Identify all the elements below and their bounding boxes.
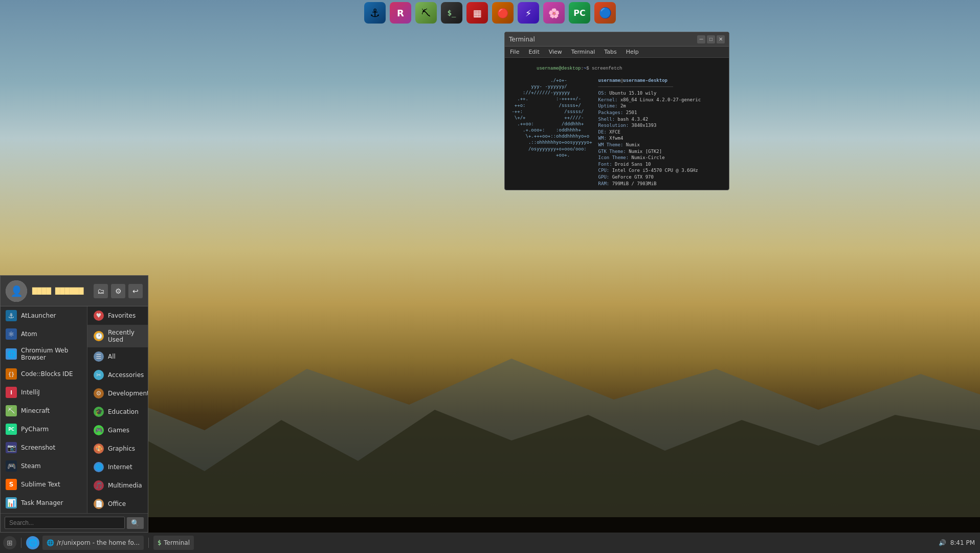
show-desktop-button[interactable]: ⊞ xyxy=(3,536,16,549)
chrome-panel-icon[interactable]: 🔵 xyxy=(594,2,616,24)
games-category-icon: 🎮 xyxy=(94,425,104,435)
terminal-prompt-bottom: username@desktop:~$ _ xyxy=(509,188,725,190)
chromium-taskbar-icon[interactable]: 🌐 xyxy=(26,536,39,549)
category-all[interactable]: ☰ All xyxy=(87,347,148,366)
pycharm-label: PyCharm xyxy=(21,426,49,433)
category-graphics[interactable]: 🎨 Graphics xyxy=(87,439,148,458)
terminal-menu-edit[interactable]: Edit xyxy=(526,48,541,56)
minecraft-label: Minecraft xyxy=(21,407,50,414)
settings-button[interactable]: ⚙ xyxy=(111,284,125,298)
category-favorites[interactable]: ♥ Favorites xyxy=(87,306,148,325)
codeblocks-icon: {} xyxy=(6,368,17,380)
accessories-label: Accessories xyxy=(108,371,144,379)
terminal-menu-view[interactable]: View xyxy=(547,48,564,56)
screenshot-icon: 📷 xyxy=(6,442,17,453)
app-list: ⚓ AtLauncher ⚛ Atom 🌐 Chromium Web Brows… xyxy=(1,306,87,513)
terminal-titlebar: Terminal ─ □ ✕ xyxy=(505,32,729,47)
atlauncher-label: AtLauncher xyxy=(21,312,56,319)
terminal-close-button[interactable]: ✕ xyxy=(717,35,725,43)
category-internet[interactable]: 🌐 Internet xyxy=(87,458,148,476)
app-item-sublime[interactable]: S Sublime Text xyxy=(1,475,87,494)
games-label: Games xyxy=(108,427,129,434)
pycharm-panel-icon[interactable]: PC xyxy=(569,2,590,24)
reddit-tab-icon: 🌐 xyxy=(47,539,54,546)
user-name: ████ ██████ xyxy=(32,287,88,295)
atom-icon: ⚛ xyxy=(6,328,17,340)
search-input[interactable] xyxy=(5,517,125,529)
rider-panel-icon[interactable]: R xyxy=(390,2,411,24)
app-item-atlauncher[interactable]: ⚓ AtLauncher xyxy=(1,306,87,325)
office-category-icon: 📄 xyxy=(94,499,104,509)
terminal-menu-help[interactable]: Help xyxy=(624,48,641,56)
search-bar: 🔍 xyxy=(1,513,148,532)
taskbar-left: ⊞ 🌐 🌐 /r/unixporn - the home fo... $ Ter… xyxy=(0,536,194,550)
recently-category-icon: 🕐 xyxy=(94,331,104,341)
favorites-category-icon: ♥ xyxy=(94,311,104,321)
terminal-prompt-top: username@desktop:~$ screenfetch xyxy=(509,61,725,76)
net-panel-icon[interactable]: 🌸 xyxy=(543,2,565,24)
reddit-tab-button[interactable]: 🌐 /r/unixporn - the home fo... xyxy=(42,536,144,550)
terminal-menubar: File Edit View Terminal Tabs Help xyxy=(505,47,729,58)
terminal-title: Terminal xyxy=(509,36,696,43)
start-menu: 👤 ████ ██████ 🗂 ⚙ ↩ ⚓ AtLauncher ⚛ xyxy=(0,275,148,533)
app-item-taskmanager[interactable]: 📊 Task Manager xyxy=(1,494,87,512)
internet-category-icon: 🌐 xyxy=(94,462,104,472)
terminal-tab-label: Terminal xyxy=(164,539,190,546)
logout-button[interactable]: ↩ xyxy=(128,284,143,298)
terminal-maximize-button[interactable]: □ xyxy=(707,35,715,43)
all-label: All xyxy=(108,353,116,360)
app-item-codeblocks[interactable]: {} Code::Blocks IDE xyxy=(1,365,87,383)
terminal-menu-terminal[interactable]: Terminal xyxy=(569,48,597,56)
app-item-pycharm[interactable]: PC PyCharm xyxy=(1,420,87,438)
taskbar-right: 🔊 8:41 PM xyxy=(939,539,980,546)
terminal-window: Terminal ─ □ ✕ File Edit View Terminal T… xyxy=(504,32,729,190)
taskbar-separator xyxy=(21,538,21,548)
reddit-tab-label: /r/unixporn - the home fo... xyxy=(57,539,140,546)
app-item-chromium[interactable]: 🌐 Chromium Web Browser xyxy=(1,343,87,365)
minecraft-panel-icon[interactable]: ⛏ xyxy=(415,2,437,24)
search-button[interactable]: 🔍 xyxy=(127,517,144,529)
taskbar-separator-2 xyxy=(148,538,149,548)
terminal-body: username@desktop:~$ screenfetch ./+o+- y… xyxy=(505,58,729,190)
terminal-tab-icon: $ xyxy=(158,539,161,546)
internet-label: Internet xyxy=(108,463,132,471)
graphics-label: Graphics xyxy=(108,445,135,452)
category-development[interactable]: ⚙ Development xyxy=(87,384,148,403)
terminal-tab-button[interactable]: $ Terminal xyxy=(153,536,194,550)
terminal-panel-icon[interactable]: $_ xyxy=(441,2,462,24)
terminal-sysinfo: username@username-desktop ──────────────… xyxy=(598,77,701,187)
app-item-screenshot[interactable]: 📷 Screenshot xyxy=(1,438,87,457)
taskbar: ⊞ 🌐 🌐 /r/unixporn - the home fo... $ Ter… xyxy=(0,533,980,553)
app-item-atom[interactable]: ⚛ Atom xyxy=(1,325,87,343)
atlauncher-panel-icon[interactable]: ⚓ xyxy=(364,2,386,24)
favorites-label: Favorites xyxy=(108,312,136,319)
development-label: Development xyxy=(108,390,148,397)
mosaic-panel-icon[interactable]: ▦ xyxy=(466,2,488,24)
recently-label: Recently Used xyxy=(108,329,142,343)
category-accessories[interactable]: ✂ Accessories xyxy=(87,366,148,384)
development-category-icon: ⚙ xyxy=(94,388,104,399)
app-item-intellij[interactable]: I IntelliJ xyxy=(1,383,87,402)
steam-icon: 🎮 xyxy=(6,460,17,472)
terminal-menu-tabs[interactable]: Tabs xyxy=(602,48,618,56)
education-category-icon: 🎓 xyxy=(94,407,104,417)
category-office[interactable]: 📄 Office xyxy=(87,495,148,513)
pycharm-icon: PC xyxy=(6,424,17,435)
category-education[interactable]: 🎓 Education xyxy=(87,403,148,421)
minecraft-icon: ⛏ xyxy=(6,405,17,416)
category-games[interactable]: 🎮 Games xyxy=(87,421,148,439)
category-recently-used[interactable]: 🕐 Recently Used xyxy=(87,325,148,347)
files-button[interactable]: 🗂 xyxy=(94,284,108,298)
terminal-menu-file[interactable]: File xyxy=(508,48,521,56)
app-item-steam[interactable]: 🎮 Steam xyxy=(1,457,87,475)
intellij-label: IntelliJ xyxy=(21,389,40,396)
app-item-minecraft[interactable]: ⛏ Minecraft xyxy=(1,402,87,420)
office-label: Office xyxy=(108,500,126,507)
terminal-minimize-button[interactable]: ─ xyxy=(697,35,705,43)
radeon-panel-icon[interactable]: 🔴 xyxy=(492,2,514,24)
volume-icon[interactable]: 🔊 xyxy=(939,539,946,546)
visualstudio-panel-icon[interactable]: ⚡ xyxy=(518,2,539,24)
top-panel: ⚓ R ⛏ $_ ▦ 🔴 ⚡ 🌸 PC 🔵 xyxy=(0,0,980,26)
category-multimedia[interactable]: 🎵 Multimedia xyxy=(87,476,148,495)
terminal-ascii-art: ./+o+- yyy- -yyyyyy/ ://+//////-yyyyyy .… xyxy=(509,77,592,187)
